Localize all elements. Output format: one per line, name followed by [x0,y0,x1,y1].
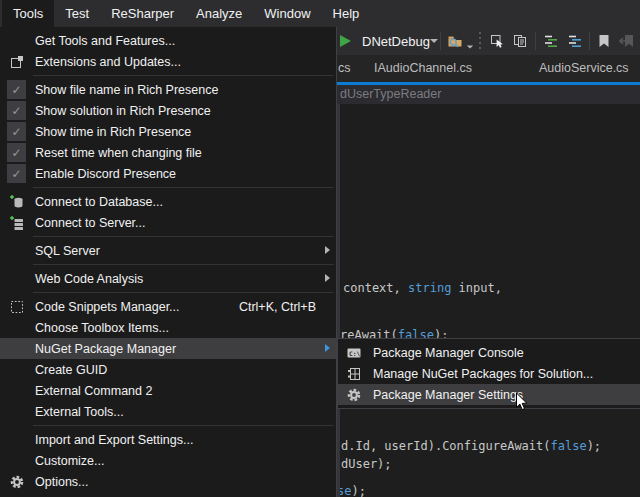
vs-window: DNetDebug [0,0,640,497]
menu-item-connect-to-database[interactable]: Connect to Database... [0,191,336,212]
submenu-arrow-icon [325,274,330,282]
menu-item-label: Show file name in Rich Presence [35,83,218,97]
toolbar-grip [479,32,481,50]
code-snippets-icon [9,299,25,315]
gear-icon [346,387,362,403]
copy-lines-button copy-lines-icon[interactable] [512,33,528,49]
connect-database-icon [9,194,25,210]
menu-bar: Tools Test ReSharper Analyze Window Help [0,0,640,27]
menu-item-create-guid[interactable]: Create GUID [0,359,336,380]
menubar-item-window[interactable]: Window [253,0,321,27]
menu-item-import-and-export-settings[interactable]: Import and Export Settings... [0,429,336,450]
checkmark-icon [7,164,26,183]
menu-item-choose-toolbox-items[interactable]: Choose Toolbox Items... [0,317,336,338]
menu-item-shortcut: Ctrl+K, Ctrl+B [239,300,316,314]
submenu-item-manage-nuget-packages-for-solution[interactable]: Manage NuGet Packages for Solution... [338,363,640,384]
connect-server-icon [9,215,25,231]
submenu-item-package-manager-console[interactable]: C:\ Package Manager Console [338,342,640,363]
menu-item-label: External Tools... [35,405,124,419]
menu-item-label: Choose Toolbox Items... [35,321,169,335]
chevron-down-icon[interactable] [430,39,438,43]
menu-separator [33,264,334,265]
menu-separator [33,292,334,293]
menu-item-extensions-and-updates[interactable]: Extensions and Updates... [0,51,336,72]
menu-item-label: SQL Server [35,244,100,258]
menu-item-customize[interactable]: Customize... [0,450,336,471]
start-debug-button play-icon[interactable] [340,35,351,47]
svg-text:C:\: C:\ [349,349,360,356]
tab-audioservice[interactable]: AudioService.cs [539,55,629,82]
submenu-item-package-manager-settings[interactable]: Package Manager Settings [338,384,640,405]
mouse-cursor [515,392,529,412]
menu-separator [33,187,334,188]
extensions-icon [9,54,25,70]
format-selection-button format-lines-blue-icon[interactable] [567,33,583,49]
menubar-item-tools[interactable]: Tools [2,0,54,27]
checkmark-icon [7,122,26,141]
code-line: d.Id, userId).ConfigureAwait(false); [341,438,601,454]
menu-item-nuget-package-manager[interactable]: NuGet Package Manager [0,338,336,359]
menu-item-label: Get Tools and Features... [35,34,175,48]
code-line: dUser); [341,456,392,472]
nuget-package-icon [346,366,362,382]
menu-item-label: Options... [35,475,89,489]
submenu-item-label: Package Manager Settings [373,388,523,402]
menubar-item-test[interactable]: Test [54,0,100,27]
find-in-files-button folder-search-icon[interactable] [447,33,463,49]
menu-item-label: Show solution in Rich Presence [35,104,211,118]
menu-item-label: Connect to Database... [35,195,163,209]
breadcrumb[interactable]: dUserTypeReader [340,85,441,104]
menubar-item-help[interactable]: Help [322,0,371,27]
submenu-arrow-icon [325,246,330,254]
submenu-item-label: Package Manager Console [373,346,524,360]
menu-item-label: Customize... [35,454,104,468]
submenu-arrow-icon [325,344,330,352]
menubar-item-analyze[interactable]: Analyze [185,0,253,27]
menu-item-label: Import and Export Settings... [35,433,193,447]
menu-item-label: Reset time when changing file [35,146,202,160]
tab-bar: cs IAudioChannel.cs AudioService.cs [337,55,640,82]
menu-item-connect-to-server[interactable]: Connect to Server... [0,212,336,233]
menu-item-options[interactable]: Options... [0,471,336,492]
submenu-item-label: Manage NuGet Packages for Solution... [373,367,593,381]
menu-item-show-solution-in-rich-presence[interactable]: Show solution in Rich Presence [0,100,336,121]
menu-item-label: Enable Discord Presence [35,167,176,181]
menu-item-code-snippets-manager[interactable]: Code Snippets Manager... Ctrl+K, Ctrl+B [0,296,336,317]
menu-item-sql-server[interactable]: SQL Server [0,240,336,261]
menu-item-label: NuGet Package Manager [35,342,176,356]
menu-item-enable-discord-presence[interactable]: Enable Discord Presence [0,163,336,184]
pointer-select-button pointer-box-icon[interactable] [489,33,505,49]
chevron-down-icon[interactable] [467,45,473,48]
menu-separator [33,75,334,76]
menu-item-label: Show time in Rich Presence [35,125,191,139]
menu-item-label: Extensions and Updates... [35,55,181,69]
toolbar-separator [535,32,536,50]
checkmark-icon [7,101,26,120]
menu-item-external-command-2[interactable]: External Command 2 [0,380,336,401]
menu-item-web-code-analysis[interactable]: Web Code Analysis [0,268,336,289]
menu-separator [33,425,334,426]
tab-fragment[interactable]: cs [338,55,351,82]
menubar-item-resharper[interactable]: ReSharper [100,0,185,27]
tab-iaudiochannel[interactable]: IAudioChannel.cs [374,55,472,82]
checkmark-icon [7,143,26,162]
code-line: context, string input, [343,280,502,296]
format-code-button format-lines-green-icon[interactable] [543,33,559,49]
menu-item-reset-time-when-changing-file[interactable]: Reset time when changing file [0,142,336,163]
debug-target-dropdown[interactable]: DNetDebug [362,34,430,49]
checkmark-icon [7,80,26,99]
editor-margin [337,104,340,497]
toolbar-separator [589,32,590,50]
menu-item-get-tools-and-features[interactable]: Get Tools and Features... [0,30,336,51]
menu-item-show-file-name-in-rich-presence[interactable]: Show file name in Rich Presence [0,79,336,100]
tools-menu: Get Tools and Features... Extensions and… [0,27,337,497]
previous-bookmark-button bookmark-arrow-icon[interactable] [619,33,635,49]
nuget-submenu: C:\ Package Manager Console Manage NuGet… [337,338,640,409]
code-line: se); [337,483,366,497]
menu-item-label: Connect to Server... [35,216,145,230]
menu-item-external-tools[interactable]: External Tools... [0,401,336,422]
menu-item-label: External Command 2 [35,384,152,398]
bookmark-button bookmark-icon[interactable] [596,33,612,49]
menu-item-show-time-in-rich-presence[interactable]: Show time in Rich Presence [0,121,336,142]
menu-item-label: Web Code Analysis [35,272,143,286]
